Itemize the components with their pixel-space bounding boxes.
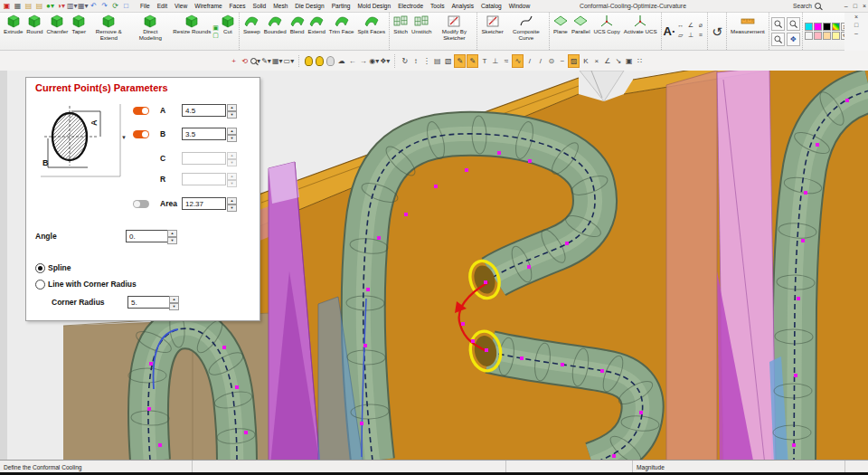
- solid-mini-buttons[interactable]: ▣▢: [212, 13, 219, 50]
- param-a-toggle[interactable]: [133, 107, 149, 115]
- param-a-spinner[interactable]: ▲▼: [227, 104, 237, 117]
- activate-ucs-button[interactable]: Activate UCS: [622, 13, 659, 50]
- doc-restore-button[interactable]: □: [854, 22, 858, 28]
- swatch-multi[interactable]: [832, 23, 840, 31]
- dimension-tools[interactable]: ↔∠⌀ ▱⊥≡: [675, 13, 705, 50]
- line2-tool-icon[interactable]: /: [535, 55, 545, 67]
- area-spinner[interactable]: ▲▼: [227, 197, 237, 210]
- swatch-white[interactable]: [805, 32, 813, 40]
- doc-minimize-button[interactable]: –: [854, 30, 858, 36]
- restore-button[interactable]: □: [854, 3, 857, 9]
- redo-icon[interactable]: ↷: [99, 2, 109, 10]
- grid-icon[interactable]: ▤: [432, 55, 442, 67]
- composite-curve-button[interactable]: Composite Curve: [505, 13, 547, 50]
- ghost-display-icon[interactable]: ☁: [336, 55, 346, 67]
- light-off-icon[interactable]: [326, 55, 335, 67]
- light-on-2-icon[interactable]: [315, 55, 325, 67]
- trim-face-button[interactable]: Trim Face: [327, 13, 356, 50]
- zoom-window-button[interactable]: [771, 17, 785, 31]
- dim-perp-icon[interactable]: ⊥: [685, 32, 695, 42]
- menu-window[interactable]: Window: [505, 3, 533, 9]
- dim-diameter-icon[interactable]: ⌀: [695, 22, 705, 32]
- sketcher-button[interactable]: Sketcher: [479, 13, 505, 50]
- dim-linear-icon[interactable]: ↔: [675, 22, 685, 32]
- select-icon[interactable]: +: [229, 55, 239, 67]
- rotate-view-icon[interactable]: ⟲: [240, 55, 250, 67]
- swatch-black[interactable]: [823, 23, 831, 31]
- refresh-icon[interactable]: ⟳: [110, 2, 120, 10]
- spline-tool-icon[interactable]: ∿: [512, 54, 524, 68]
- round-button[interactable]: Round: [24, 13, 44, 50]
- blend-button[interactable]: Blend: [288, 13, 307, 50]
- line-tool-icon[interactable]: /: [524, 55, 534, 67]
- param-r-spinner[interactable]: ▲▼: [227, 173, 237, 185]
- next-view-icon[interactable]: →: [358, 55, 368, 67]
- swatch-cyan[interactable]: [805, 23, 813, 31]
- redraw-icon[interactable]: ↻: [400, 55, 410, 67]
- grid-toggle-icon[interactable]: □: [121, 2, 131, 10]
- points-icon[interactable]: ⋮: [421, 55, 431, 67]
- split-faces-button[interactable]: Split Faces: [355, 13, 387, 50]
- zoom-selected-button[interactable]: [771, 33, 785, 46]
- sketch-plane-icon[interactable]: ▨: [568, 54, 580, 68]
- search-icon[interactable]: [815, 3, 821, 9]
- menu-electrode[interactable]: Electrode: [394, 3, 427, 9]
- extrude-button[interactable]: Extrude: [2, 13, 24, 50]
- bounded-button[interactable]: Bounded: [262, 13, 288, 50]
- param-b-input[interactable]: [182, 128, 226, 140]
- close-button[interactable]: ×: [863, 3, 866, 9]
- arc-tool-icon[interactable]: ~: [557, 55, 567, 67]
- menu-catalog[interactable]: Catalog: [477, 3, 505, 9]
- angle-input[interactable]: [126, 230, 170, 242]
- param-c-spinner[interactable]: ▲▼: [227, 152, 237, 165]
- param-c-input[interactable]: [182, 152, 226, 165]
- menu-file[interactable]: File: [137, 3, 154, 9]
- view-box-icon[interactable]: ▭▾: [284, 55, 295, 67]
- doc-close-button[interactable]: ×: [854, 14, 858, 20]
- angle-icon[interactable]: ∠: [602, 55, 612, 67]
- cut-button[interactable]: Cut: [219, 13, 237, 50]
- extend-button[interactable]: Extend: [307, 13, 327, 50]
- app-logo-icon[interactable]: ▣: [2, 2, 12, 10]
- menu-tools[interactable]: Tools: [427, 3, 448, 9]
- direct-modeling-button[interactable]: Direct Modeling: [129, 13, 171, 50]
- menu-analysis[interactable]: Analysis: [448, 3, 477, 9]
- corner-radius-spinner[interactable]: ▲▼: [169, 296, 179, 309]
- undo-icon[interactable]: ↶: [89, 2, 99, 10]
- face-select-icon[interactable]: ❖▾: [380, 55, 390, 67]
- globe-view-icon[interactable]: ◉▾: [369, 55, 379, 67]
- menu-die-design[interactable]: Die Design: [291, 3, 327, 9]
- param-b-spinner[interactable]: ▲▼: [227, 128, 237, 140]
- hatch-icon[interactable]: ▧: [443, 55, 453, 67]
- param-b-toggle[interactable]: [133, 130, 149, 138]
- swatch-peach[interactable]: [823, 32, 831, 40]
- chamfer-button[interactable]: Chamfer: [45, 13, 71, 50]
- stitch-button[interactable]: Stitch: [392, 13, 410, 50]
- array-icon[interactable]: ∷: [635, 55, 645, 67]
- dim-list-icon[interactable]: ≡: [695, 32, 705, 42]
- menu-faces[interactable]: Faces: [226, 3, 250, 9]
- swatch-pink[interactable]: [814, 32, 822, 40]
- project-icon[interactable]: ↘: [613, 55, 623, 67]
- param-r-input[interactable]: [182, 173, 226, 185]
- circle-tool-icon[interactable]: ⊙: [546, 55, 556, 67]
- menu-parting[interactable]: Parting: [328, 3, 354, 9]
- area-input[interactable]: [182, 197, 226, 210]
- zoom-extents-button[interactable]: [787, 17, 800, 31]
- regen-button[interactable]: ↺: [710, 13, 724, 50]
- import-file-icon[interactable]: ▤: [34, 2, 44, 10]
- delete-icon[interactable]: ×: [591, 55, 601, 67]
- sketch-menu-icon[interactable]: ✎▾: [261, 55, 271, 67]
- ucs-copy-button[interactable]: UCS Copy: [592, 13, 622, 50]
- resize-rounds-button[interactable]: Resize Rounds: [171, 13, 212, 50]
- line-with-corner-radius-radio[interactable]: [35, 280, 45, 290]
- dim-angle-icon[interactable]: ∠: [685, 22, 695, 32]
- render-menu-icon[interactable]: ◑▾: [56, 2, 66, 10]
- menu-edit[interactable]: Edit: [154, 3, 171, 9]
- dim-parallel-icon[interactable]: ▱: [675, 32, 685, 42]
- unstitch-button[interactable]: Unstitch: [410, 13, 433, 50]
- 3d-viewport[interactable]: Current Point(s) Parameters A B ▼: [0, 71, 868, 460]
- taper-button[interactable]: Taper: [70, 13, 88, 50]
- display-menu-icon[interactable]: ▥▾: [67, 2, 77, 10]
- swatch-magenta[interactable]: [814, 23, 822, 31]
